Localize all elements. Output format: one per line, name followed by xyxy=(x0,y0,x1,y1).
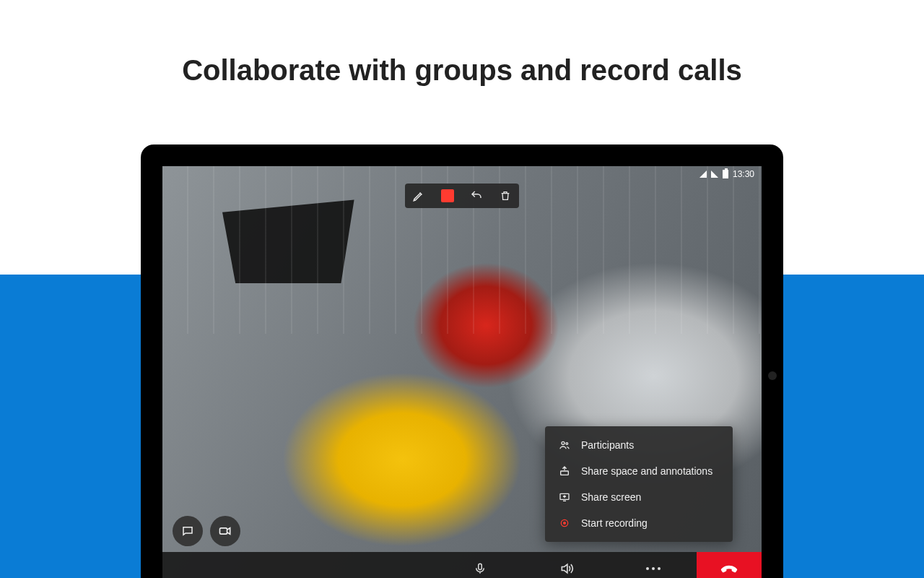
color-swatch-red-icon xyxy=(441,189,454,202)
menu-item-share-screen[interactable]: Share screen xyxy=(545,484,733,510)
call-control-bar xyxy=(162,552,762,578)
menu-item-label: Start recording xyxy=(581,517,648,529)
clear-annotations-button[interactable] xyxy=(497,188,513,204)
marketing-headline: Collaborate with groups and record calls xyxy=(0,54,924,87)
more-icon xyxy=(646,567,661,570)
svg-rect-7 xyxy=(479,564,482,569)
more-options-button[interactable] xyxy=(610,552,697,578)
svg-point-6 xyxy=(563,522,566,525)
chat-button[interactable] xyxy=(173,516,203,546)
menu-item-participants[interactable]: Participants xyxy=(545,432,733,458)
svg-rect-0 xyxy=(220,528,227,534)
svg-point-2 xyxy=(566,443,568,445)
record-icon xyxy=(558,517,571,529)
menu-item-label: Share screen xyxy=(581,491,641,503)
battery-icon xyxy=(723,170,728,178)
signal-icon xyxy=(711,171,718,178)
speaker-button[interactable] xyxy=(523,552,610,578)
svg-point-1 xyxy=(562,441,565,444)
menu-item-label: Participants xyxy=(581,439,634,451)
tablet-home-button xyxy=(768,371,777,380)
menu-item-start-recording[interactable]: Start recording xyxy=(545,510,733,536)
tablet-frame: 13:30 xyxy=(141,144,783,578)
annotation-toolbar xyxy=(405,184,519,208)
app-screen: 13:30 xyxy=(162,166,762,578)
mute-mic-button[interactable] xyxy=(437,552,523,578)
toggle-camera-button[interactable] xyxy=(210,516,240,546)
menu-item-share-space[interactable]: Share space and annotations xyxy=(545,458,733,484)
status-time: 13:30 xyxy=(733,169,754,179)
share-space-icon xyxy=(558,465,571,477)
menu-item-label: Share space and annotations xyxy=(581,465,712,477)
undo-button[interactable] xyxy=(468,188,484,204)
pen-tool-button[interactable] xyxy=(411,188,427,204)
share-screen-icon xyxy=(558,491,571,503)
participants-icon xyxy=(558,439,571,451)
wifi-icon xyxy=(699,171,707,178)
more-options-menu: Participants Share space and annotations… xyxy=(545,426,733,542)
svg-rect-3 xyxy=(561,471,569,475)
end-call-button[interactable] xyxy=(697,552,762,578)
android-status-bar: 13:30 xyxy=(162,166,762,182)
color-picker-button[interactable] xyxy=(440,188,456,204)
